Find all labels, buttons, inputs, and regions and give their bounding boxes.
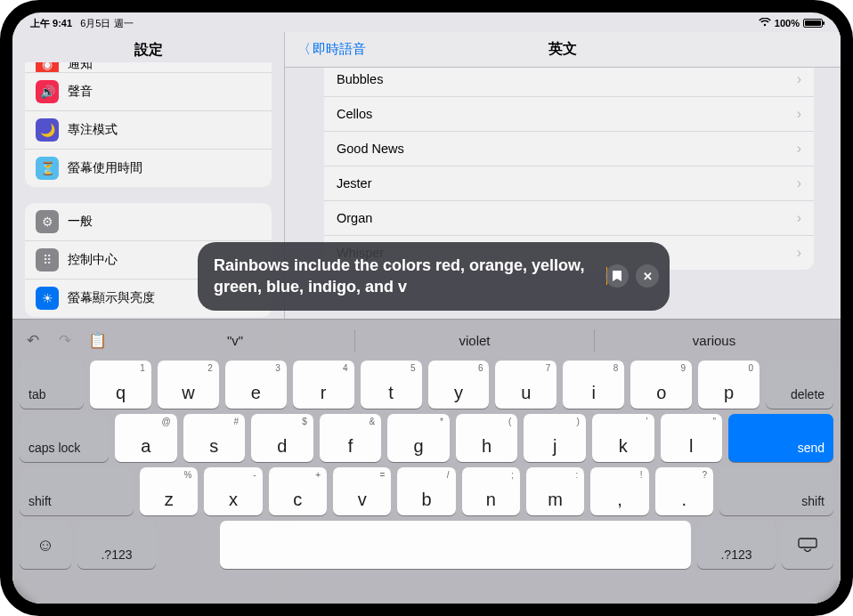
key-main-label: u bbox=[521, 383, 531, 403]
back-label: 即時語音 bbox=[313, 41, 366, 58]
key-m[interactable]: :m bbox=[526, 467, 584, 515]
list-item-label: Cellos bbox=[337, 107, 372, 121]
emoji-key[interactable]: ☺ bbox=[20, 521, 71, 569]
key-q[interactable]: 1q bbox=[90, 361, 151, 409]
key-,[interactable]: !, bbox=[590, 467, 648, 515]
list-item-label: Jester bbox=[337, 176, 372, 190]
sidebar-item-general[interactable]: ⚙︎ 一般 bbox=[25, 203, 272, 241]
key-alt-label: 5 bbox=[410, 363, 416, 373]
moon-icon: 🌙 bbox=[36, 118, 59, 142]
key-p[interactable]: 0p bbox=[698, 361, 760, 409]
list-item[interactable]: Jester› bbox=[324, 166, 814, 201]
key-o[interactable]: 9o bbox=[630, 361, 692, 409]
speaker-icon: 🔊 bbox=[36, 80, 59, 103]
key-alt-label: $ bbox=[302, 417, 307, 426]
detail-header: 〈 即時語音 英文 bbox=[285, 32, 841, 68]
key-alt-label: + bbox=[315, 470, 321, 480]
clear-button[interactable]: ✕ bbox=[636, 264, 659, 288]
key-alt-label: / bbox=[447, 470, 450, 480]
capslock-key[interactable]: caps lock bbox=[20, 414, 109, 462]
brightness-icon: ☀︎ bbox=[36, 287, 59, 310]
sidebar-item-focus[interactable]: 🌙 專注模式 bbox=[25, 111, 272, 150]
key-row-4: ☺ .?123 .?123 bbox=[20, 521, 833, 569]
key-main-label: d bbox=[277, 436, 287, 457]
key-main-label: r bbox=[321, 383, 327, 403]
list-item-label: Bubbles bbox=[337, 72, 383, 86]
key-alt-label: & bbox=[370, 417, 376, 426]
symbols-key[interactable]: .?123 bbox=[77, 521, 156, 569]
key-alt-label: # bbox=[234, 417, 240, 426]
key-t[interactable]: 5t bbox=[361, 361, 422, 409]
key-y[interactable]: 6y bbox=[428, 361, 490, 409]
screen: 上午 9:41 6月5日 週一 100% 設定 ◉ 通知 bbox=[12, 12, 841, 604]
send-key[interactable]: send bbox=[728, 414, 833, 462]
key-u[interactable]: 7u bbox=[495, 361, 556, 409]
key-b[interactable]: /b bbox=[397, 467, 455, 515]
svg-rect-0 bbox=[799, 539, 816, 547]
tab-key[interactable]: tab bbox=[20, 361, 84, 409]
key-alt-label: ; bbox=[511, 470, 514, 480]
key-x[interactable]: -x bbox=[204, 467, 262, 515]
key-l[interactable]: "l bbox=[661, 414, 723, 462]
undo-button[interactable]: ↶ bbox=[20, 328, 46, 353]
key-g[interactable]: *g bbox=[387, 414, 450, 462]
key-main-label: t bbox=[388, 383, 394, 403]
voice-list: Bubbles›Cellos›Good News›Jester›Organ›Wh… bbox=[324, 62, 814, 270]
status-bar: 上午 9:41 6月5日 週一 100% bbox=[12, 12, 841, 32]
suggestion[interactable]: various bbox=[594, 329, 833, 352]
key-.[interactable]: ?. bbox=[655, 467, 713, 515]
list-item[interactable]: Cellos› bbox=[324, 97, 814, 132]
key-k[interactable]: 'k bbox=[592, 414, 654, 462]
status-time: 上午 9:41 bbox=[30, 18, 72, 28]
key-main-label: z bbox=[165, 490, 174, 510]
gear-icon: ⚙︎ bbox=[36, 210, 59, 233]
shift-key-right[interactable]: shift bbox=[719, 467, 833, 515]
key-main-label: g bbox=[413, 436, 423, 457]
space-key[interactable] bbox=[220, 521, 691, 569]
key-a[interactable]: @a bbox=[115, 414, 177, 462]
live-speech-hud[interactable]: Rainbows include the colors red, orange,… bbox=[198, 242, 670, 311]
suggestion[interactable]: "v" bbox=[116, 329, 354, 352]
key-alt-label: 0 bbox=[749, 363, 754, 373]
key-i[interactable]: 8i bbox=[563, 361, 624, 409]
symbols-key-right[interactable]: .?123 bbox=[697, 521, 776, 569]
list-item[interactable]: Organ› bbox=[324, 201, 814, 236]
suggestion[interactable]: violet bbox=[354, 329, 594, 352]
sidebar-item-label: 專注模式 bbox=[68, 122, 118, 138]
key-alt-label: ? bbox=[702, 470, 707, 480]
status-right: 100% bbox=[759, 18, 823, 28]
key-main-label: s bbox=[209, 436, 218, 457]
key-main-label: p bbox=[724, 383, 734, 403]
clipboard-button[interactable]: 📋 bbox=[84, 328, 110, 353]
key-r[interactable]: 4r bbox=[293, 361, 354, 409]
key-n[interactable]: ;n bbox=[462, 467, 520, 515]
key-z[interactable]: %z bbox=[140, 467, 198, 515]
hourglass-icon: ⏳ bbox=[36, 157, 59, 180]
key-j[interactable]: )j bbox=[524, 414, 586, 462]
redo-button[interactable]: ↷ bbox=[52, 328, 78, 353]
key-s[interactable]: #s bbox=[183, 414, 246, 462]
key-main-label: x bbox=[229, 490, 238, 510]
key-v[interactable]: =v bbox=[333, 467, 391, 515]
key-d[interactable]: $d bbox=[251, 414, 313, 462]
bell-icon: ◉ bbox=[36, 62, 59, 73]
chevron-left-icon: 〈 bbox=[297, 41, 311, 58]
delete-key[interactable]: delete bbox=[766, 361, 833, 409]
key-alt-label: ! bbox=[640, 470, 643, 480]
sidebar-item-label: 螢幕顯示與亮度 bbox=[68, 290, 155, 306]
sidebar-item-screentime[interactable]: ⏳ 螢幕使用時間 bbox=[25, 150, 272, 187]
dismiss-keyboard-key[interactable] bbox=[782, 521, 833, 569]
save-phrase-button[interactable] bbox=[605, 264, 629, 288]
key-f[interactable]: &f bbox=[320, 414, 382, 462]
suggestion-bar: ↶ ↷ 📋 "v" violet various bbox=[20, 325, 833, 355]
key-w[interactable]: 2w bbox=[158, 361, 219, 409]
wifi-icon bbox=[759, 18, 771, 28]
key-h[interactable]: (h bbox=[456, 414, 518, 462]
sidebar-item-notifications[interactable]: ◉ 通知 bbox=[25, 62, 272, 73]
key-e[interactable]: 3e bbox=[225, 361, 287, 409]
shift-key[interactable]: shift bbox=[20, 467, 134, 515]
sidebar-item-sound[interactable]: 🔊 聲音 bbox=[25, 73, 272, 111]
back-button[interactable]: 〈 即時語音 bbox=[297, 41, 366, 58]
key-c[interactable]: +c bbox=[269, 467, 327, 515]
list-item[interactable]: Good News› bbox=[324, 132, 814, 166]
